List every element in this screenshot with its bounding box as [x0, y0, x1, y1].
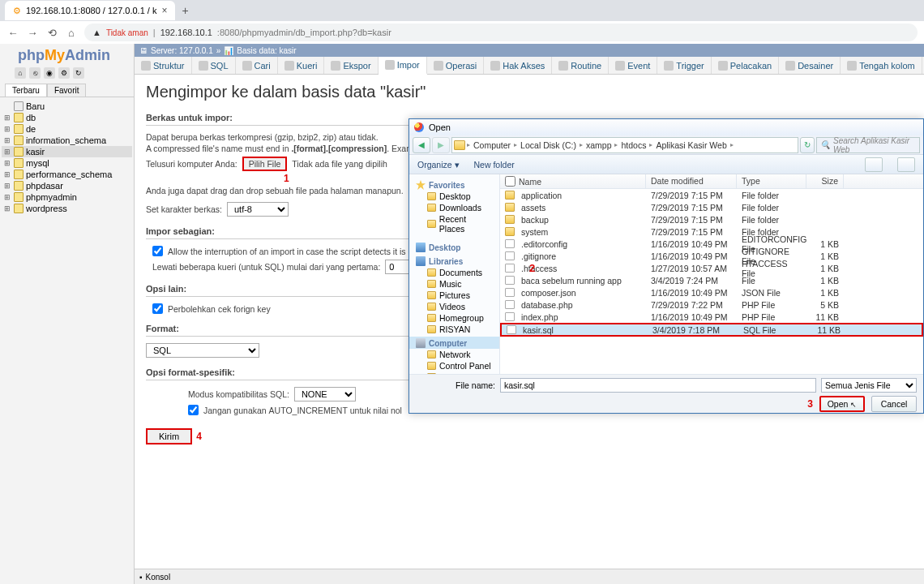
fk-check-checkbox[interactable]: [152, 303, 163, 314]
organize-button[interactable]: Organize ▾: [417, 160, 460, 170]
file-row[interactable]: backup7/29/2019 7:15 PMFile folder: [500, 213, 923, 225]
dialog-titlebar[interactable]: Open: [409, 119, 923, 135]
settings-icon[interactable]: ⚙: [58, 67, 70, 79]
side-group[interactable]: Libraries: [409, 255, 499, 267]
tab-struktur[interactable]: Struktur: [135, 57, 192, 74]
col-type[interactable]: Type: [737, 174, 806, 188]
file-row[interactable]: database.php7/29/2019 7:22 PMPHP File5 K…: [500, 298, 923, 311]
allow-interrupt-checkbox[interactable]: [152, 246, 163, 256]
cancel-button[interactable]: Cancel: [871, 396, 917, 412]
select-all-checkbox[interactable]: [505, 176, 515, 187]
reload-icon[interactable]: ⟲: [45, 26, 58, 39]
new-tab-button[interactable]: +: [175, 4, 195, 17]
tab-impor[interactable]: Impor: [379, 57, 427, 75]
path-segment[interactable]: xampp: [584, 140, 614, 150]
back-button[interactable]: ◀: [413, 137, 430, 153]
side-item[interactable]: Documents: [409, 267, 499, 278]
file-row[interactable]: .htaccess1/27/2019 10:57 AMHTACCESS File…: [500, 262, 923, 274]
reload-icon[interactable]: ↻: [73, 67, 84, 79]
tab-desainer[interactable]: Desainer: [779, 57, 841, 74]
tab-routine[interactable]: Routine: [552, 57, 609, 74]
console-bar[interactable]: ▪ Konsol: [135, 569, 924, 584]
tab-ekspor[interactable]: Ekspor: [324, 57, 378, 74]
path-segment[interactable]: Local Disk (C:): [519, 140, 578, 150]
side-group[interactable]: Desktop: [409, 241, 499, 253]
file-row[interactable]: .editorconfig1/16/2019 10:49 PMEDITORCON…: [500, 238, 923, 250]
forward-icon[interactable]: →: [26, 26, 39, 39]
file-row[interactable]: system7/29/2019 7:15 PMFile folder: [500, 225, 923, 238]
open-button[interactable]: Open ↖: [819, 396, 865, 412]
tree-item-phpdasar[interactable]: ⊞phpdasar: [2, 180, 132, 191]
path-segment[interactable]: htdocs: [619, 140, 648, 150]
filetype-select[interactable]: Semua Jenis File: [821, 378, 917, 393]
file-row[interactable]: index.php1/16/2019 10:49 PMPHP File11 KB: [500, 311, 923, 323]
tab-operasi[interactable]: Operasi: [427, 57, 485, 74]
file-row[interactable]: kasir.sql3/4/2019 7:18 PMSQL File11 KB: [500, 323, 923, 337]
expand-icon[interactable]: ⊞: [3, 114, 11, 122]
col-date[interactable]: Date modified: [646, 174, 737, 188]
tree-item-wordpress[interactable]: ⊞wordpress: [2, 203, 132, 214]
format-select[interactable]: SQL: [146, 343, 259, 358]
path-breadcrumb[interactable]: ▸ Computer▸Local Disk (C:)▸xampp▸htdocs▸…: [451, 137, 798, 153]
side-item[interactable]: Recent Places: [409, 213, 499, 234]
compat-select[interactable]: NONE: [294, 387, 356, 402]
choose-file-button[interactable]: Pilih File: [242, 157, 288, 171]
new-folder-button[interactable]: New folder: [474, 160, 515, 170]
side-group[interactable]: Favorites: [409, 178, 499, 191]
bc-server[interactable]: Server: 127.0.0.1: [151, 46, 213, 55]
tree-item-db[interactable]: ⊞db: [2, 112, 132, 123]
submit-button[interactable]: Kirim: [146, 428, 192, 444]
side-item[interactable]: Control Panel: [409, 360, 499, 371]
file-row[interactable]: assets7/29/2019 7:15 PMFile folder: [500, 201, 923, 213]
tree-item-performance_schema[interactable]: ⊞performance_schema: [2, 169, 132, 180]
expand-icon[interactable]: ⊞: [3, 136, 11, 144]
expand-icon[interactable]: ⊞: [3, 193, 11, 201]
help-button[interactable]: [897, 157, 915, 172]
expand-icon[interactable]: ⊞: [3, 159, 11, 167]
refresh-button[interactable]: ↻: [800, 137, 815, 153]
side-item[interactable]: Downloads: [409, 202, 499, 213]
side-group[interactable]: Computer: [409, 337, 499, 349]
docs-icon[interactable]: ◉: [44, 67, 55, 79]
back-icon[interactable]: ←: [6, 26, 19, 39]
side-item[interactable]: Network: [409, 349, 499, 360]
side-item[interactable]: Videos: [409, 301, 499, 312]
tree-item-mysql[interactable]: ⊞mysql: [2, 157, 132, 169]
tab-event[interactable]: Event: [609, 57, 657, 74]
path-segment[interactable]: Computer: [472, 140, 512, 150]
tab-trigger[interactable]: Trigger: [657, 57, 711, 74]
file-row[interactable]: composer.json1/16/2019 10:49 PMJSON File…: [500, 286, 923, 298]
tree-item-de[interactable]: ⊞de: [2, 123, 132, 135]
forward-button[interactable]: ▶: [432, 137, 450, 153]
address-bar[interactable]: ▲ Tidak aman | 192.168.10.1:8080/phpmyad…: [84, 24, 918, 41]
expand-icon[interactable]: ⊞: [3, 170, 11, 178]
expand-icon[interactable]: ⊞: [3, 182, 11, 190]
search-input[interactable]: 🔍 Search Aplikasi Kasir Web: [816, 137, 920, 153]
home-icon[interactable]: ⌂: [65, 26, 78, 39]
tree-item-information_schema[interactable]: ⊞information_schema: [2, 135, 132, 146]
col-name[interactable]: Name: [500, 174, 646, 188]
tab-kueri[interactable]: Kueri: [278, 57, 325, 74]
tab-recent[interactable]: Terbaru: [5, 84, 47, 97]
side-item[interactable]: Desktop: [409, 191, 499, 202]
side-item[interactable]: RISYAN: [409, 324, 499, 335]
tab-sql[interactable]: SQL: [192, 57, 236, 74]
file-row[interactable]: baca sebelum running app3/4/2019 7:24 PM…: [500, 274, 923, 286]
tree-item-kasir[interactable]: ⊞kasir: [2, 146, 132, 157]
side-item[interactable]: Homegroup: [409, 312, 499, 324]
file-row[interactable]: .gitignore1/16/2019 10:49 PMGITIGNORE Fi…: [500, 250, 923, 262]
browser-tab[interactable]: ⚙ 192.168.10.1:8080 / 127.0.0.1 / k ×: [5, 1, 175, 20]
col-size[interactable]: Size: [806, 174, 844, 188]
filename-input[interactable]: [500, 378, 816, 393]
side-item[interactable]: Music: [409, 278, 499, 290]
tab-pelacakan[interactable]: Pelacakan: [712, 57, 779, 74]
expand-icon[interactable]: ⊞: [3, 204, 11, 213]
logout-icon[interactable]: ⎋: [29, 67, 41, 79]
file-row[interactable]: application7/29/2019 7:15 PMFile folder: [500, 189, 923, 201]
bc-db[interactable]: Basis data: kasir: [237, 46, 296, 55]
tab-cari[interactable]: Cari: [236, 57, 278, 74]
tab-favorites[interactable]: Favorit: [47, 84, 87, 97]
no-autoincrement-checkbox[interactable]: [188, 405, 199, 415]
path-segment[interactable]: Aplikasi Kasir Web: [654, 140, 728, 150]
expand-icon[interactable]: ⊞: [3, 148, 11, 156]
